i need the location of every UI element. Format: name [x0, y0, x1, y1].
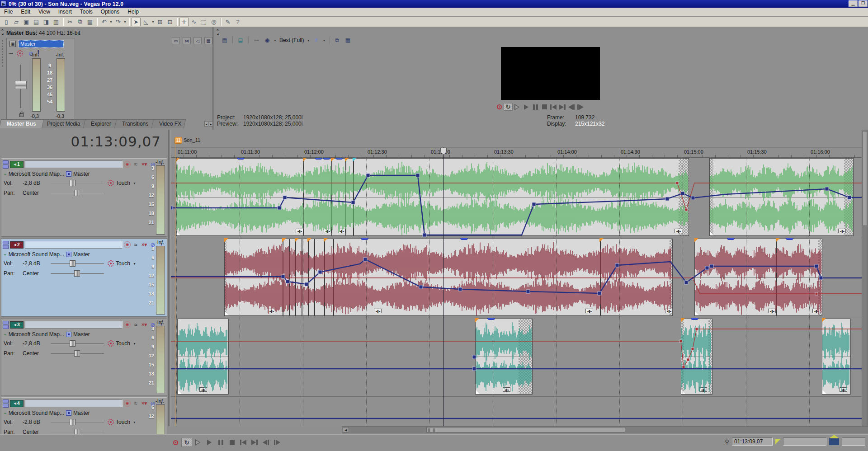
- envelope-node[interactable]: [705, 266, 709, 270]
- pan-slider[interactable]: [51, 270, 104, 277]
- arm-record-icon[interactable]: ◉: [124, 400, 131, 407]
- plugin-chain-icon[interactable]: ⌁: [4, 171, 7, 177]
- menu-edit[interactable]: Edit: [17, 8, 34, 16]
- envelope-edit-tool-icon[interactable]: ∿: [189, 18, 198, 26]
- previous-frame-button[interactable]: [260, 438, 271, 447]
- track-name-input[interactable]: [25, 321, 123, 329]
- menu-tools[interactable]: Tools: [76, 8, 97, 16]
- arm-record-icon[interactable]: ◉: [124, 161, 131, 168]
- envelope-node[interactable]: [681, 192, 684, 195]
- go-to-start-button[interactable]: [549, 103, 558, 111]
- downmix-output-icon[interactable]: ⋈: [183, 37, 191, 44]
- pan-envelope[interactable]: [171, 329, 862, 367]
- preview-menu-icon[interactable]: ▤: [220, 36, 229, 44]
- volume-slider[interactable]: [51, 340, 104, 347]
- envelope-node[interactable]: [283, 196, 287, 199]
- pause-button[interactable]: [215, 438, 226, 447]
- tab-scroll-left-icon[interactable]: ◂: [204, 121, 208, 127]
- automation-settings-icon[interactable]: ≈: [132, 161, 139, 168]
- pan-slider[interactable]: [51, 190, 104, 196]
- envelope-node[interactable]: [665, 197, 669, 201]
- next-frame-button[interactable]: [272, 438, 283, 447]
- go-to-start-button[interactable]: [238, 438, 249, 447]
- master-fader[interactable]: [14, 65, 28, 110]
- redo-icon[interactable]: ↷: [113, 18, 123, 26]
- plugin-chain-icon[interactable]: ⌁: [4, 332, 7, 338]
- track-name-input[interactable]: [25, 241, 123, 249]
- external-monitor-icon[interactable]: ⬓: [236, 36, 245, 44]
- envelope-node[interactable]: [691, 348, 694, 350]
- record-button[interactable]: [170, 438, 181, 447]
- collapse-icon[interactable]: ◂: [0, 32, 5, 36]
- track-minimize-maximize-icon[interactable]: [3, 321, 9, 329]
- track-header-3[interactable]: ◀3◉≈×▾⊘!⌁Microsoft Sound Map...MasterVol…: [1, 318, 167, 395]
- time-ruler[interactable]: 01:11:0001:11:3001:12:0001:12:3001:13:00…: [171, 147, 862, 158]
- tab-master-bus[interactable]: Master Bus: [0, 119, 44, 128]
- automation-mode[interactable]: Touch: [116, 180, 130, 186]
- scroll-left-icon[interactable]: ◀: [343, 427, 349, 432]
- envelope-node[interactable]: [685, 208, 688, 211]
- envelope-node[interactable]: [815, 292, 818, 295]
- bus-properties-icon[interactable]: ▦: [204, 37, 212, 44]
- copy-icon[interactable]: ⧉: [75, 18, 85, 26]
- master-bus-dock-grip[interactable]: × ◂: [0, 28, 5, 127]
- automation-settings-icon[interactable]: ≈: [132, 400, 139, 407]
- volume-envelope[interactable]: [171, 175, 862, 235]
- envelope-node[interactable]: [684, 281, 688, 284]
- envelope-node[interactable]: [351, 201, 355, 204]
- arm-record-icon[interactable]: ◉: [124, 321, 131, 328]
- zoom-edit-tool-icon[interactable]: ◎: [209, 18, 218, 26]
- track-header-1[interactable]: ◀1◉≈×▾⊘!⌁Microsoft Sound Map...MasterVol…: [1, 158, 167, 237]
- automation-dropdown-icon[interactable]: ▼: [133, 342, 136, 345]
- plugin-chain-icon[interactable]: ⌁: [4, 410, 7, 416]
- lock-envelopes-icon[interactable]: ⊟: [165, 18, 175, 26]
- marker-flag[interactable]: 11: [175, 137, 182, 144]
- close-icon[interactable]: ×: [215, 28, 220, 32]
- scrollbar-thumb[interactable]: [426, 427, 625, 432]
- envelope-node[interactable]: [363, 258, 367, 261]
- marker-bar[interactable]: 11 Son_11: [171, 135, 862, 147]
- selection-edit-tool-icon[interactable]: ⬚: [199, 18, 208, 26]
- preview-dock-grip[interactable]: × ◂: [215, 28, 220, 127]
- envelope-node[interactable]: [695, 328, 698, 330]
- horizontal-scrollbar[interactable]: ◀ ▶ + −: [342, 426, 868, 433]
- envelope-node[interactable]: [691, 196, 695, 200]
- envelope-node[interactable]: [710, 264, 713, 268]
- track-lane-4[interactable]: [171, 397, 862, 426]
- previous-frame-button[interactable]: [567, 103, 576, 111]
- preview-quality-select[interactable]: Best (Full): [279, 37, 304, 43]
- minimize-button[interactable]: ▁: [849, 0, 858, 7]
- io-plug-icon[interactable]: ⊶: [9, 51, 13, 56]
- bus-assign-icon[interactable]: [66, 171, 71, 177]
- tracks-area[interactable]: ◂❚▸◂❚▸◂❚▸◂❚▸◂❚▸◂❚▸◂❚▸◂❚▸◂❚▸◂❚▸◂❚▸◂❚▸◂❚▸◂…: [171, 158, 862, 426]
- bus-assign-icon[interactable]: [66, 252, 71, 257]
- track-minimize-maximize-icon[interactable]: [3, 160, 9, 169]
- save-snapshot-icon[interactable]: ▦: [344, 36, 353, 44]
- volume-slider[interactable]: [51, 260, 104, 267]
- grid-overlay-icon[interactable]: #: [312, 36, 321, 44]
- automation-dropdown-icon[interactable]: ▼: [133, 262, 136, 265]
- dim-output-icon[interactable]: ◁: [193, 37, 202, 44]
- envelope-node[interactable]: [676, 182, 679, 184]
- bus-assign-icon[interactable]: [66, 332, 71, 337]
- loop-playback-button[interactable]: ↻: [181, 438, 192, 447]
- envelope-node[interactable]: [278, 206, 281, 210]
- home-icon[interactable]: [829, 438, 839, 445]
- automation-gear-icon[interactable]: [108, 340, 114, 347]
- fx-gear-icon[interactable]: [17, 50, 23, 56]
- loop-playback-button[interactable]: ↻: [504, 103, 513, 111]
- tab-video-fx[interactable]: Video FX: [151, 119, 186, 128]
- envelope-node[interactable]: [458, 287, 462, 291]
- tab-project-media[interactable]: Project Media: [39, 119, 88, 128]
- stop-button[interactable]: [226, 438, 237, 447]
- automation-dropdown-icon[interactable]: ▼: [133, 421, 136, 424]
- envelope-node[interactable]: [416, 174, 420, 177]
- envelope-node[interactable]: [472, 355, 476, 359]
- envelope-node[interactable]: [281, 275, 285, 278]
- whats-this-help-icon[interactable]: ?: [233, 18, 242, 26]
- envelope-node[interactable]: [598, 291, 601, 295]
- project-properties-icon[interactable]: ▤: [32, 18, 41, 26]
- overlays-dropdown-icon[interactable]: ▼: [274, 39, 277, 42]
- open-project-icon[interactable]: ▱: [12, 18, 21, 26]
- track-name-input[interactable]: [25, 399, 123, 407]
